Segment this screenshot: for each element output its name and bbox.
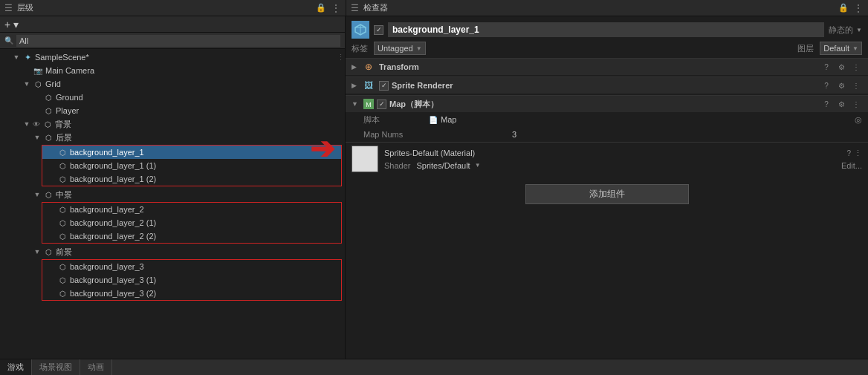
player-item[interactable]: ⬡ Player (0, 104, 345, 117)
object-active-checkbox[interactable] (374, 25, 383, 35)
bg-layer-3-2-item[interactable]: ⬡ background_layer_3 (2) (42, 287, 341, 300)
main-camera-label: Main Camera (45, 66, 94, 75)
bg2-2-label: background_layer_2 (2) (70, 232, 156, 241)
background-icon: ⬡ (42, 119, 53, 129)
bg3-expand-arrow (47, 262, 56, 271)
hierarchy-menu-icon[interactable]: ☰ (4, 3, 13, 13)
main-camera-item[interactable]: 📷 Main Camera (0, 64, 345, 77)
static-dropdown-arrow[interactable]: ▼ (856, 27, 862, 33)
map-nums-label: Map Nums (363, 130, 512, 139)
bg1-1-expand-arrow (47, 161, 56, 170)
hierarchy-lock-icon[interactable]: 🔒 (316, 3, 326, 13)
script-target-icon[interactable]: ◎ (855, 115, 862, 125)
scene-more-icon[interactable]: ⋮ (337, 53, 345, 62)
bottom-tab-animation[interactable]: 动画 (80, 359, 112, 375)
grid-item[interactable]: ⬡ Grid (0, 77, 345, 91)
object-3d-icon (352, 21, 369, 39)
material-name: Sprites-Default (Material) (384, 149, 475, 157)
bg-layer-2-item[interactable]: ⬡ background_layer_2 (42, 203, 341, 216)
background-group-item[interactable]: 👁 ⬡ 背景 (0, 117, 345, 131)
inspector-more-icon[interactable]: ⋮ (853, 2, 864, 14)
bottom-bar: 游戏 场景视图 动画 (0, 359, 868, 375)
map-script-help-btn[interactable]: ? (820, 98, 832, 110)
bg2-label: background_layer_2 (70, 205, 144, 214)
bg1-icon: ⬡ (57, 147, 68, 157)
bg-layer-1-1-item[interactable]: ⬡ background_layer_1 (1) (42, 159, 341, 172)
hejing-icon: ⬡ (43, 132, 54, 143)
zhongjing-expand-arrow (33, 190, 42, 199)
material-sub-row: Shader Sprites/Default ▼ Edit... (384, 161, 862, 170)
transform-more-btn[interactable]: ⋮ (850, 61, 862, 73)
material-more-btn[interactable]: ⋮ (854, 149, 862, 158)
object-name-input[interactable] (388, 22, 824, 37)
edit-button[interactable]: Edit... (841, 161, 862, 170)
inspector-lock-icon[interactable]: 🔒 (838, 3, 849, 13)
sprite-renderer-icon: 🖼 (363, 80, 374, 91)
layer-value: Default (823, 44, 849, 53)
layer-dropdown[interactable]: Default ▼ (820, 42, 862, 55)
material-info: Sprites-Default (Material) ? ⋮ Shader Sp… (384, 149, 862, 170)
sprite-renderer-component: ▶ 🖼 Sprite Renderer ? ⚙ ⋮ (346, 76, 868, 94)
transform-help-btn[interactable]: ? (820, 61, 832, 73)
map-script-more-btn[interactable]: ⋮ (850, 98, 862, 110)
add-object-btn[interactable]: + ▾ (4, 19, 19, 30)
bg2-1-icon: ⬡ (57, 218, 68, 228)
transform-settings-btn[interactable]: ⚙ (835, 61, 847, 73)
sprite-renderer-name: Sprite Renderer (392, 81, 603, 90)
material-section: Sprites-Default (Material) ? ⋮ Shader Sp… (346, 142, 868, 175)
search-icon: 🔍 (4, 36, 13, 45)
script-reference[interactable]: 📄 Map (429, 115, 456, 124)
camera-icon: 📷 (33, 65, 43, 76)
scene-root-item[interactable]: ✦ SampleScene* ⋮ (0, 50, 345, 64)
transform-header[interactable]: ▶ ⊕ Transform ? ⚙ ⋮ (346, 59, 868, 75)
bg-layer-2-2-item[interactable]: ⬡ background_layer_2 (2) (42, 229, 341, 243)
ground-item[interactable]: ⬡ Ground (0, 91, 345, 104)
hejing-item[interactable]: ⬡ 后景 (0, 131, 345, 144)
tag-dropdown[interactable]: Untagged ▼ (374, 42, 426, 55)
script-name-label: Map (441, 115, 456, 124)
sprite-renderer-settings-btn[interactable]: ⚙ (835, 79, 847, 91)
search-input[interactable] (16, 35, 340, 47)
qianjing-item[interactable]: ⬡ 前景 (0, 245, 345, 258)
bg1-2-icon: ⬡ (57, 174, 68, 184)
tag-dropdown-arrow: ▼ (416, 45, 422, 52)
bottom-tab-game[interactable]: 游戏 (0, 359, 32, 375)
sprite-renderer-checkbox[interactable] (379, 81, 389, 91)
background-expand-arrow (22, 120, 31, 128)
sample-scene-icon: ✦ (22, 52, 33, 62)
bg1-label: background_layer_1 (70, 148, 144, 157)
material-help-btn[interactable]: ? (846, 149, 851, 157)
sprite-renderer-header[interactable]: ▶ 🖼 Sprite Renderer ? ⚙ ⋮ (346, 77, 868, 94)
bg1-1-icon: ⬡ (57, 160, 68, 171)
sprite-renderer-more-btn[interactable]: ⋮ (850, 79, 862, 91)
grid-label: Grid (45, 79, 61, 88)
tag-layer-row: 标签 Untagged ▼ 图层 Default ▼ (346, 40, 868, 56)
bottom-tab-scene[interactable]: 场景视图 (32, 359, 80, 375)
tag-label: 标签 (352, 43, 368, 54)
scene-expand-arrow (12, 53, 21, 62)
bg3-label: background_layer_3 (70, 262, 144, 271)
bg3-1-icon: ⬡ (57, 275, 68, 285)
script-property-row: 脚本 📄 Map ◎ (346, 112, 868, 127)
bg-layer-1-2-item[interactable]: ⬡ background_layer_1 (2) (42, 172, 341, 186)
bg-layer-1-item[interactable]: ⬡ background_layer_1 (42, 146, 341, 159)
bg-layer-3-1-item[interactable]: ⬡ background_layer_3 (1) (42, 273, 341, 287)
map-script-header[interactable]: ▼ M Map（脚本） ? ⚙ ⋮ (346, 96, 868, 112)
bg3-2-label: background_layer_3 (2) (70, 289, 156, 298)
shader-dropdown-arrow[interactable]: ▼ (475, 162, 481, 169)
zhongjing-item[interactable]: ⬡ 中景 (0, 188, 345, 201)
hierarchy-more-icon[interactable]: ⋮ (331, 2, 341, 14)
add-component-button[interactable]: 添加组件 (525, 184, 689, 204)
transform-expand-arrow: ▶ (352, 63, 360, 71)
svg-text:M: M (366, 101, 372, 108)
background-label: 背景 (55, 119, 71, 130)
map-script-settings-btn[interactable]: ⚙ (835, 98, 847, 110)
bg1-2-label: background_layer_1 (2) (70, 175, 156, 183)
bg-layer-3-item[interactable]: ⬡ background_layer_3 (42, 260, 341, 273)
qianjing-expand-arrow (33, 247, 42, 256)
sprite-renderer-expand-arrow: ▶ (352, 82, 360, 89)
sprite-renderer-help-btn[interactable]: ? (820, 79, 832, 91)
map-script-checkbox[interactable] (377, 100, 386, 109)
inspector-menu-icon[interactable]: ☰ (351, 3, 359, 13)
bg-layer-2-1-item[interactable]: ⬡ background_layer_2 (1) (42, 216, 341, 229)
